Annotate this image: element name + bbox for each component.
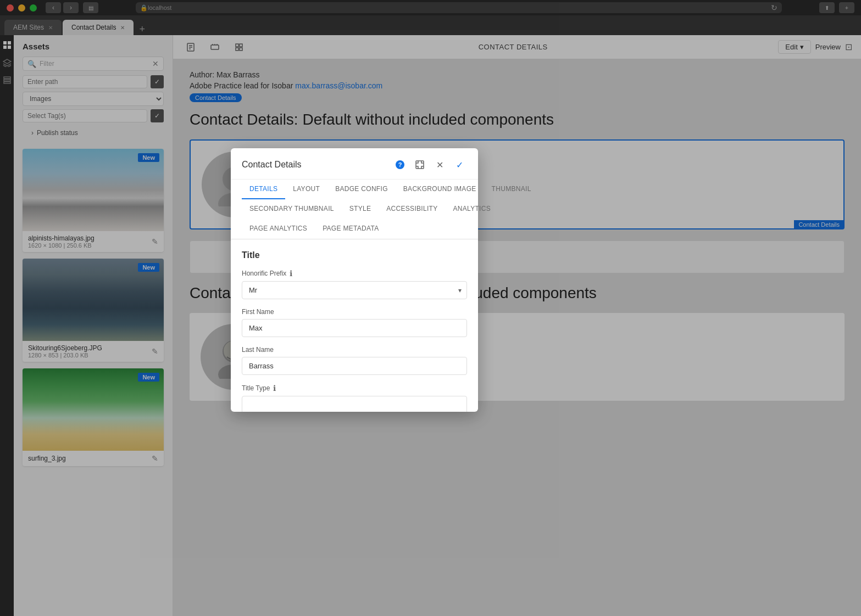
new-badge: New <box>138 153 159 162</box>
edit-button[interactable]: Edit ▾ <box>778 40 810 54</box>
search-icon: 🔍 <box>27 60 36 68</box>
author-email-link[interactable]: max.barrass@isobar.com <box>295 81 382 90</box>
title-type-input[interactable] <box>242 396 467 412</box>
author-info: Author: Max Barrass <box>190 70 845 79</box>
reload-button[interactable]: ↻ <box>771 3 777 12</box>
preview-label: Preview <box>815 43 841 51</box>
tabs-row3: PAGE ANALYTICS PAGE METADATA <box>242 219 467 239</box>
tab-contact-details[interactable]: Contact Details ✕ <box>63 20 134 35</box>
tab-aem-sites-close[interactable]: ✕ <box>48 25 53 31</box>
share-icon-button[interactable]: ⊡ <box>845 42 852 52</box>
asset-meta: 1620 × 1080 | 250.6 KB <box>28 242 95 249</box>
tab-accessibility[interactable]: ACCESSIBILITY <box>379 199 445 219</box>
asset-edit-button[interactable]: ✎ <box>152 347 158 356</box>
new-badge: New <box>138 263 159 272</box>
page-icon-button[interactable] <box>182 38 199 56</box>
tab-contact-details-close[interactable]: ✕ <box>120 25 125 31</box>
path-input[interactable] <box>23 75 147 88</box>
svg-rect-18 <box>240 48 242 51</box>
search-input[interactable] <box>40 60 149 68</box>
svg-rect-11 <box>211 45 219 49</box>
modal-header: Contact Details ? ✕ ✓ <box>231 148 478 180</box>
svg-rect-5 <box>4 80 10 81</box>
add-tab-button[interactable]: + <box>135 24 149 35</box>
honorific-select-wrapper: Mr Mrs Ms Dr Prof ▾ <box>242 281 467 299</box>
maximize-button[interactable] <box>30 4 37 12</box>
modal-title: Contact Details <box>242 160 302 170</box>
close-button[interactable] <box>7 4 14 12</box>
svg-rect-4 <box>4 77 10 79</box>
tab-secondary-thumbnail[interactable]: SECONDARY THUMBNAIL <box>242 199 342 219</box>
assets-panel: Assets 🔍 ✕ ✓ Images ✓ › Publ <box>14 35 173 616</box>
title-type-label-text: Title Type <box>242 384 270 392</box>
sidebar-icon-grid[interactable] <box>2 40 13 51</box>
tab-aem-sites[interactable]: AEM Sites ✕ <box>4 20 62 35</box>
modal-fullscreen-button[interactable] <box>412 157 427 172</box>
forward-button[interactable]: › <box>63 2 79 13</box>
honorific-info-icon[interactable]: ℹ <box>290 269 292 278</box>
tab-style[interactable]: STYLE <box>342 199 379 219</box>
asset-item[interactable]: New Skitouring6Sjoeberg.JPG 1280 × 853 |… <box>23 259 164 362</box>
last-name-label: Last Name <box>242 346 467 354</box>
modal-close-button[interactable]: ✕ <box>432 157 447 172</box>
edit-chevron-icon: ▾ <box>800 43 804 51</box>
window-chrome: ‹ › ▤ 🔒 localhost ↻ ⬆ + <box>0 0 861 15</box>
modal-confirm-button[interactable]: ✓ <box>452 157 467 172</box>
publish-status-label: Publish status <box>37 129 78 137</box>
asset-name: Skitouring6Sjoeberg.JPG <box>28 344 102 352</box>
tab-page-metadata[interactable]: PAGE METADATA <box>315 219 386 239</box>
tab-bar: AEM Sites ✕ Contact Details ✕ + <box>0 15 861 35</box>
minimize-button[interactable] <box>18 4 25 12</box>
svg-rect-16 <box>240 44 242 47</box>
assets-header: Assets 🔍 ✕ ✓ Images ✓ › Publ <box>14 35 173 144</box>
sidebar-icon-layers[interactable] <box>2 57 13 68</box>
honorific-select[interactable]: Mr Mrs Ms Dr Prof <box>242 281 467 299</box>
title-type-info-icon[interactable]: ℹ <box>273 384 276 393</box>
asset-edit-button[interactable]: ✎ <box>152 237 158 246</box>
tab-background-image[interactable]: BACKGROUND IMAGE <box>396 180 484 199</box>
tags-confirm-button[interactable]: ✓ <box>151 109 164 122</box>
tags-input[interactable] <box>23 109 147 122</box>
tab-analytics[interactable]: ANALYTICS <box>446 199 499 219</box>
tab-page-analytics[interactable]: PAGE ANALYTICS <box>242 219 315 239</box>
tabs-row2: SECONDARY THUMBNAIL STYLE ACCESSIBILITY … <box>242 199 467 219</box>
back-button[interactable]: ‹ <box>46 2 61 13</box>
modal-header-icons: ? ✕ ✓ <box>392 157 467 172</box>
asset-item[interactable]: New alpinists-himalayas.jpg 1620 × 1080 … <box>23 149 164 252</box>
url-text: localhost <box>148 4 171 11</box>
contact-badge: Contact Details <box>190 93 242 102</box>
tags-row: ✓ <box>23 109 164 122</box>
sidebar-icon-stack[interactable] <box>2 75 13 86</box>
dropdown-row: Images <box>23 92 164 106</box>
first-name-group: First Name <box>242 308 467 337</box>
share-button[interactable]: ⬆ <box>819 2 835 13</box>
author-subtitle-text: Adobe Practice lead for Isobar <box>190 81 293 90</box>
fullscreen-icon <box>415 160 425 170</box>
publish-status[interactable]: › Publish status <box>23 126 164 140</box>
preview-button[interactable]: Preview <box>815 43 841 51</box>
left-sidebar <box>0 35 14 616</box>
settings-icon-button[interactable] <box>206 38 224 56</box>
first-name-input[interactable] <box>242 319 467 337</box>
tab-badge-config[interactable]: BADGE CONFIG <box>327 180 396 199</box>
contact-details-label: CONTACT DETAILS <box>254 43 771 51</box>
sidebar-toggle-button[interactable]: ▤ <box>83 2 98 13</box>
tab-thumbnail[interactable]: THUMBNAIL <box>484 180 539 199</box>
honorific-group: Honorific Prefix ℹ Mr Mrs Ms Dr Prof ▾ <box>242 269 467 299</box>
form-section-title: Title <box>242 250 467 260</box>
svg-rect-3 <box>8 46 11 49</box>
path-confirm-button[interactable]: ✓ <box>151 75 164 88</box>
assets-grid: New alpinists-himalayas.jpg 1620 × 1080 … <box>14 144 173 616</box>
address-bar[interactable]: 🔒 localhost ↻ <box>136 2 782 13</box>
asset-item[interactable]: New surfing_3.jpg ✎ <box>23 368 164 466</box>
component-icon-button[interactable] <box>230 38 248 56</box>
new-tab-button[interactable]: + <box>839 2 854 13</box>
clear-search-button[interactable]: ✕ <box>152 59 159 68</box>
svg-rect-15 <box>236 44 238 47</box>
last-name-input[interactable] <box>242 357 467 375</box>
asset-edit-button[interactable]: ✎ <box>152 454 158 463</box>
tab-layout[interactable]: LAYOUT <box>285 180 327 199</box>
tab-details[interactable]: DETAILS <box>242 180 285 199</box>
images-dropdown[interactable]: Images <box>23 92 164 106</box>
modal-help-button[interactable]: ? <box>392 157 408 172</box>
